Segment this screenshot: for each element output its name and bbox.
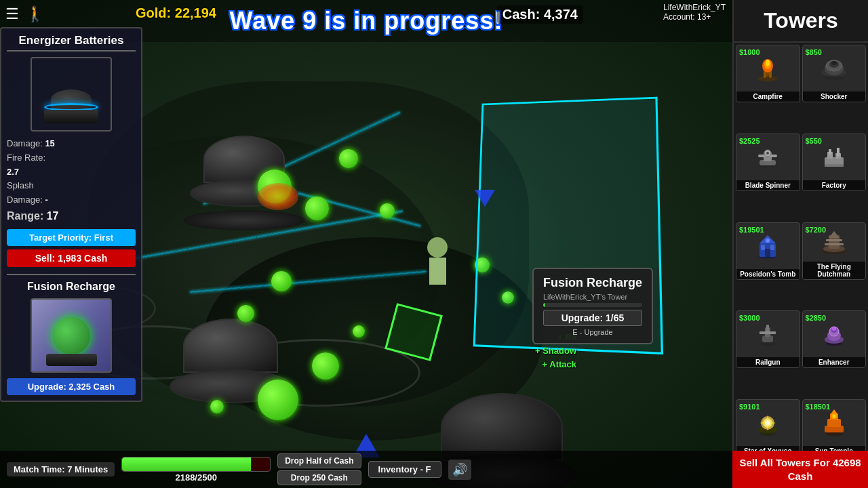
svg-rect-42 (766, 325, 769, 331)
cash-label: Cash: (502, 7, 540, 22)
shocker-label: Shocker (803, 92, 866, 102)
energizer-title: Energizer Batteries (7, 34, 136, 52)
poseidons-tomb-price: $19501 (739, 226, 764, 234)
flying-dutchman-label: The Flying Dutchman (803, 262, 866, 279)
svg-marker-35 (829, 231, 840, 238)
energizer-image (31, 57, 112, 131)
svg-rect-22 (829, 149, 831, 155)
splash-damage-value: - (45, 195, 47, 205)
svg-point-31 (766, 239, 770, 243)
tower-card-flying-dutchman[interactable]: $7200 The Flying Dutchman (802, 222, 867, 280)
campfire-label: Campfire (736, 92, 800, 102)
bottom-bar: Match Time: 7 Minutes 2188/2500 Drop Hal… (0, 451, 732, 488)
enhancer-price: $2850 (806, 314, 827, 322)
tower-card-blade-spinner[interactable]: $2525 Blade Spinner (736, 134, 800, 191)
svg-rect-24 (825, 164, 844, 167)
sell-all-label: Sell All Towers For 42698 Cash (738, 456, 863, 483)
tower-card-sun-temple[interactable]: $18501 Sun Temple (802, 399, 867, 457)
tower-card-factory[interactable]: $550 Factory (802, 134, 867, 191)
tower-card-shocker[interactable]: $850 Shocker (802, 45, 867, 102)
svg-point-64 (833, 415, 835, 418)
svg-rect-30 (770, 245, 774, 250)
blade-spinner-label: Blade Spinner (736, 180, 800, 190)
gold-value: 22,194 (175, 5, 216, 20)
star-of-xovuso-price: $9101 (739, 403, 760, 411)
campfire-price: $1000 (739, 48, 760, 56)
fusion-popup-upgrade: Upgrade: 1/65 (543, 310, 642, 326)
sell-button[interactable]: Sell: 1,983 Cash (7, 249, 136, 267)
svg-point-18 (766, 152, 769, 155)
fusion-title: Fusion Recharge (7, 274, 136, 293)
person-icon: 🚶 (26, 5, 44, 23)
svg-point-0 (758, 76, 777, 81)
health-bar-container: 2188/2500 (121, 457, 271, 483)
svg-rect-41 (760, 331, 776, 334)
wave-text: Wave 9 is in progress! (230, 7, 503, 35)
stats-section: Damage: 15 Fire Rate: 2.7 Splash Damage:… (7, 137, 136, 225)
towers-sidebar: Towers $1000 Campfire $850 (732, 0, 868, 488)
fire-rate-label: Fire Rate: (7, 152, 45, 163)
svg-point-53 (765, 420, 770, 426)
railgun-price: $3000 (739, 314, 760, 322)
towers-title: Towers (734, 0, 868, 43)
drop-half-button[interactable]: Drop Half of Cash (277, 453, 361, 468)
fusion-popup-progress-bar (543, 303, 642, 307)
svg-point-6 (766, 60, 770, 66)
health-text: 2188/2500 (121, 472, 271, 483)
game-viewport: + Ra + Shadow + Attack Fusion Recharge L… (0, 0, 732, 488)
username-text: LifeWithErick_YT (663, 3, 726, 12)
poseidons-tomb-label: Poseidon's Tomb (736, 269, 800, 279)
towers-grid: $1000 Campfire $850 (734, 43, 868, 488)
factory-price: $550 (806, 137, 822, 145)
drop-250-button[interactable]: Drop 250 Cash (277, 470, 361, 485)
svg-point-12 (831, 61, 837, 65)
upgrade-button[interactable]: Upgrade: 2,325 Cash (7, 378, 136, 395)
fusion-popup-title: Fusion Recharge (543, 276, 642, 290)
cash-display: Cash: 4,374 (497, 5, 583, 24)
railgun-label: Railgun (736, 357, 800, 367)
drop-buttons: Drop Half of Cash Drop 250 Cash (277, 453, 361, 485)
splash-damage-label: Damage: (7, 195, 43, 205)
blade-spinner-price: $2525 (739, 137, 760, 145)
fire-rate-value: 2.7 (7, 167, 19, 177)
range-value: 17 (47, 210, 59, 222)
sell-all-towers-button[interactable]: Sell All Towers For 42698 Cash (732, 451, 868, 488)
svg-rect-29 (761, 245, 765, 250)
tower-card-railgun[interactable]: $3000 Railgun (736, 310, 800, 368)
fusion-image (31, 298, 112, 373)
username-display: LifeWithErick_YT Account: 13+ (663, 3, 726, 22)
tower-card-poseidons-tomb[interactable]: $19501 Poseidon's Tomb (736, 222, 800, 280)
gold-display: Gold: 22,194 (136, 5, 216, 21)
flying-dutchman-price: $7200 (806, 226, 827, 234)
sun-temple-price: $18501 (806, 403, 831, 411)
buff-shadow-text: + Shadow (535, 346, 576, 356)
svg-rect-37 (825, 243, 844, 245)
fusion-popup-owner: LifeWithErick_YT's Tower (543, 293, 642, 301)
gold-label: Gold: (136, 5, 171, 20)
fusion-popup-hint: E - Upgrade (543, 328, 642, 336)
speaker-icon[interactable]: 🔊 (448, 460, 471, 480)
splash-label: Splash (7, 180, 34, 190)
menu-icon[interactable]: ☰ (5, 5, 19, 23)
range-label: Range: (7, 210, 43, 222)
svg-point-48 (832, 327, 836, 331)
left-panel: Energizer Batteries Damage: 15 Fire Rate… (0, 27, 142, 402)
health-bar-fill (122, 458, 251, 471)
damage-label: Damage: (7, 138, 43, 148)
tower-card-star-of-xovuso[interactable]: $9101 Star of Xovuso (736, 399, 800, 457)
enhancer-label: Enhancer (803, 357, 866, 367)
target-priority-button[interactable]: Target Priority: First (7, 229, 136, 246)
factory-label: Factory (803, 180, 866, 190)
tower-card-enhancer[interactable]: $2850 Enhancer (802, 310, 867, 368)
damage-value: 15 (45, 138, 54, 148)
tower-card-campfire[interactable]: $1000 Campfire (736, 45, 800, 102)
account-text: Account: 13+ (663, 12, 726, 22)
svg-rect-23 (837, 148, 840, 156)
cash-value: 4,374 (544, 7, 578, 22)
inventory-button[interactable]: Inventory - F (368, 461, 441, 478)
match-time: Match Time: 7 Minutes (7, 462, 115, 476)
buff-attack-text: + Attack (542, 359, 576, 369)
fusion-popup: Fusion Recharge LifeWithErick_YT's Tower… (532, 268, 653, 344)
shocker-price: $850 (806, 48, 822, 56)
svg-rect-28 (765, 249, 770, 257)
